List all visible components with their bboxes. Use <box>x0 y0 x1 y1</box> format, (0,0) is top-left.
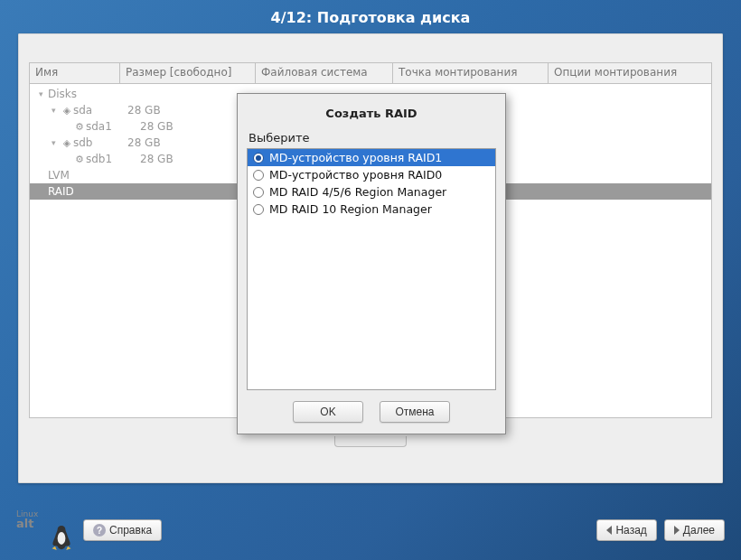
penguin-icon <box>49 524 74 551</box>
option-label: MD-устройство уровня RAID1 <box>269 151 442 164</box>
chevron-down-icon[interactable]: ▾ <box>52 138 61 147</box>
raid-option-raid1[interactable]: MD-устройство уровня RAID1 <box>248 149 495 166</box>
dialog-button-row: OK Отмена <box>247 390 496 425</box>
raid-option-raid456[interactable]: MD RAID 4/5/6 Region Manager <box>248 183 495 201</box>
disk-icon: ◈ <box>61 105 73 117</box>
back-label: Назад <box>615 524 646 537</box>
col-opts[interactable]: Опции монтирования <box>549 63 711 83</box>
panel-handle <box>334 436 407 447</box>
tree-item-name: sdb <box>73 136 127 149</box>
tree-label: Disks <box>48 88 77 100</box>
footer: Linux alt ? Справка Назад Далее <box>16 509 725 551</box>
back-button[interactable]: Назад <box>596 519 656 541</box>
create-raid-dialog: Создать RAID Выберите MD-устройство уров… <box>237 93 506 434</box>
option-label: MD RAID 4/5/6 Region Manager <box>269 185 446 199</box>
raid-option-raid10[interactable]: MD RAID 10 Region Manager <box>248 201 495 218</box>
option-label: MD-устройство уровня RAID0 <box>269 168 442 182</box>
option-label: MD RAID 10 Region Manager <box>269 202 432 216</box>
distro-logo: Linux alt <box>16 509 76 551</box>
dialog-title: Создать RAID <box>247 101 496 129</box>
tree-item-size: 28 GB <box>140 120 174 133</box>
tree-label: LVM <box>48 169 70 182</box>
ok-button[interactable]: OK <box>293 401 363 423</box>
raid-option-raid0[interactable]: MD-устройство уровня RAID0 <box>248 166 495 183</box>
radio-icon <box>253 170 264 181</box>
partition-icon: ⚙ <box>73 154 86 165</box>
next-label: Далее <box>683 524 715 537</box>
tree-item-name: sda <box>73 104 127 117</box>
disk-icon: ◈ <box>61 137 73 149</box>
help-icon: ? <box>93 524 106 537</box>
svg-point-0 <box>58 532 66 545</box>
tree-item-name: sda1 <box>86 120 140 133</box>
table-header: Имя Размер [свободно] Файловая система Т… <box>29 62 712 84</box>
chevron-right-icon <box>674 526 680 535</box>
radio-icon <box>253 204 264 215</box>
raid-type-listbox[interactable]: MD-устройство уровня RAID1 MD-устройство… <box>247 148 496 390</box>
tree-item-size: 28 GB <box>127 104 161 117</box>
tree-item-name: sdb1 <box>86 153 140 165</box>
next-button[interactable]: Далее <box>664 519 725 541</box>
chevron-left-icon <box>606 526 612 535</box>
partition-icon: ⚙ <box>73 121 86 133</box>
radio-icon <box>253 187 264 198</box>
help-label: Справка <box>109 524 152 537</box>
cancel-button[interactable]: Отмена <box>380 401 450 423</box>
col-size[interactable]: Размер [свободно] <box>120 63 256 83</box>
chevron-down-icon[interactable]: ▾ <box>52 106 61 115</box>
chevron-down-icon[interactable]: ▾ <box>39 89 48 98</box>
tree-item-size: 28 GB <box>127 136 161 149</box>
dialog-choose-label: Выберите <box>247 129 496 148</box>
col-mount[interactable]: Точка монтирования <box>393 63 549 83</box>
col-name[interactable]: Имя <box>30 63 120 83</box>
tree-label: RAID <box>48 185 74 198</box>
radio-icon <box>253 153 264 163</box>
page-title: 4/12: Подготовка диска <box>0 0 741 33</box>
tree-item-size: 28 GB <box>140 153 174 165</box>
help-button[interactable]: ? Справка <box>83 519 162 541</box>
col-fs[interactable]: Файловая система <box>256 63 393 83</box>
